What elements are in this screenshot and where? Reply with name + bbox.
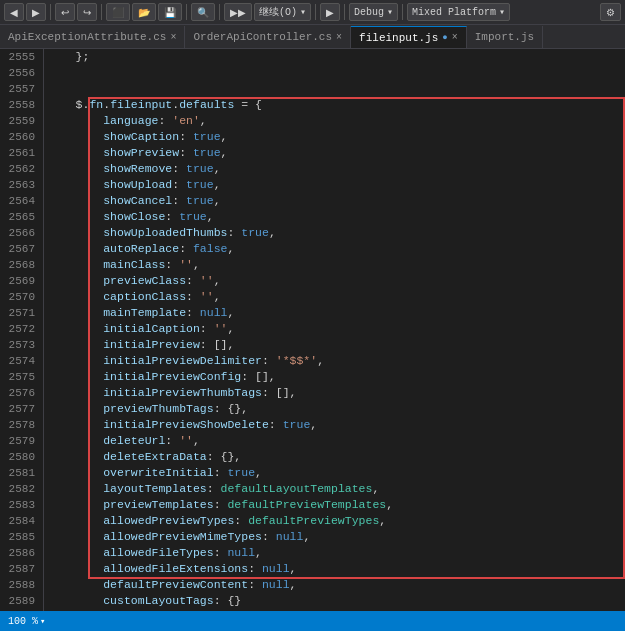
code-line-2569: previewClass: '', [48,273,621,289]
undo-button[interactable]: ↩ [55,3,75,21]
code-line-2573: initialPreview: [], [48,337,621,353]
code-line-2589: customLayoutTags: {} [48,593,621,609]
separator-2 [101,4,102,20]
line-numbers: 2555 2556 2557 2558 2559 2560 2561 2562 … [0,49,44,611]
continue-label: 继续(O) [259,5,297,19]
run-button[interactable]: ▶ [320,3,340,21]
code-line-2578: initialPreviewShowDelete: true, [48,417,621,433]
separator-4 [219,4,220,20]
line-num-2563: 2563 [4,177,35,193]
line-num-2572: 2572 [4,321,35,337]
line-num-2568: 2568 [4,257,35,273]
code-line-2581: overwriteInitial: true, [48,465,621,481]
zoom-dropdown-icon: ▾ [40,616,45,627]
code-line-2559: language: 'en', [48,113,621,129]
tab-fileinput[interactable]: fileinput.js ● × [351,26,467,48]
platform-dropdown-icon: ▾ [499,6,505,18]
tab-apexception-label: ApiExceptionAttribute.cs [8,31,166,43]
code-line-2580: deleteExtraData: {}, [48,449,621,465]
new-button[interactable]: ⬛ [106,3,130,21]
separator-3 [186,4,187,20]
code-line-2556 [48,65,621,81]
zoom-control[interactable]: 100 % ▾ [8,616,45,627]
debug-dropdown-icon: ▾ [387,6,393,18]
continue-button[interactable]: ▶▶ [224,3,252,21]
tab-fileinput-close[interactable]: × [452,32,458,43]
code-line-2558: $.fn.fileinput.defaults = { [48,97,621,113]
line-num-2566: 2566 [4,225,35,241]
tab-fileinput-modified-icon: ● [442,33,447,43]
tab-import[interactable]: Import.js [467,26,543,48]
line-num-2578: 2578 [4,417,35,433]
save-button[interactable]: 💾 [158,3,182,21]
debug-label: Debug [354,7,384,18]
code-line-2579: deleteUrl: '', [48,433,621,449]
tab-orderapi-label: OrderApiController.cs [193,31,332,43]
redo-button[interactable]: ↪ [77,3,97,21]
code-line-2574: initialPreviewDelimiter: '*$$*', [48,353,621,369]
code-line-2584: allowedPreviewTypes: defaultPreviewTypes… [48,513,621,529]
zoom-value: 100 % [8,616,38,627]
line-num-2585: 2585 [4,529,35,545]
open-button[interactable]: 📂 [132,3,156,21]
line-num-2560: 2560 [4,129,35,145]
statusbar: 100 % ▾ [0,611,625,631]
tab-orderapi-close[interactable]: × [336,32,342,43]
line-num-2570: 2570 [4,289,35,305]
line-num-2564: 2564 [4,193,35,209]
tabbar: ApiExceptionAttribute.cs × OrderApiContr… [0,25,625,49]
settings-button[interactable]: ⚙ [600,3,621,21]
line-num-2565: 2565 [4,209,35,225]
code-line-2572: initialCaption: '', [48,321,621,337]
code-line-2566: showUploadedThumbs: true, [48,225,621,241]
line-num-2579: 2579 [4,433,35,449]
code-line-2567: autoReplace: false, [48,241,621,257]
code-area[interactable]: }; $.fn.fileinput.defaults = { language:… [44,49,625,611]
line-num-2586: 2586 [4,545,35,561]
line-num-2574: 2574 [4,353,35,369]
forward-button[interactable]: ▶ [26,3,46,21]
back-button[interactable]: ◀ [4,3,24,21]
separator-6 [344,4,345,20]
line-num-2584: 2584 [4,513,35,529]
search-button[interactable]: 🔍 [191,3,215,21]
line-num-2580: 2580 [4,449,35,465]
tab-apexception[interactable]: ApiExceptionAttribute.cs × [0,26,185,48]
code-line-2557 [48,81,621,97]
code-line-2563: showUpload: true, [48,177,621,193]
line-num-2588: 2588 [4,577,35,593]
line-num-2583: 2583 [4,497,35,513]
tab-orderapi[interactable]: OrderApiController.cs × [185,26,351,48]
line-num-2575: 2575 [4,369,35,385]
line-num-2558: 2558 [4,97,35,113]
line-num-2555: 2555 [4,49,35,65]
line-num-2582: 2582 [4,481,35,497]
code-line-2555: }; [48,49,621,65]
tab-apexception-close[interactable]: × [170,32,176,43]
line-num-2589: 2589 [4,593,35,609]
tab-import-label: Import.js [475,31,534,43]
line-num-2559: 2559 [4,113,35,129]
code-line-2561: showPreview: true, [48,145,621,161]
code-line-2583: previewTemplates: defaultPreviewTemplate… [48,497,621,513]
line-num-2587: 2587 [4,561,35,577]
code-line-2588: defaultPreviewContent: null, [48,577,621,593]
line-num-2573: 2573 [4,337,35,353]
continue-combo[interactable]: 继续(O) ▾ [254,3,311,21]
code-line-2585: allowedPreviewMimeTypes: null, [48,529,621,545]
separator-7 [402,4,403,20]
code-line-2564: showCancel: true, [48,193,621,209]
code-line-2576: initialPreviewThumbTags: [], [48,385,621,401]
code-line-2577: previewThumbTags: {}, [48,401,621,417]
platform-label: Mixed Platform [412,7,496,18]
debug-combo[interactable]: Debug ▾ [349,3,398,21]
line-num-2561: 2561 [4,145,35,161]
platform-combo[interactable]: Mixed Platform ▾ [407,3,510,21]
code-line-2565: showClose: true, [48,209,621,225]
continue-dropdown-icon: ▾ [300,6,306,18]
line-num-2576: 2576 [4,385,35,401]
separator-5 [315,4,316,20]
code-line-2570: captionClass: '', [48,289,621,305]
code-line-2568: mainClass: '', [48,257,621,273]
line-num-2571: 2571 [4,305,35,321]
